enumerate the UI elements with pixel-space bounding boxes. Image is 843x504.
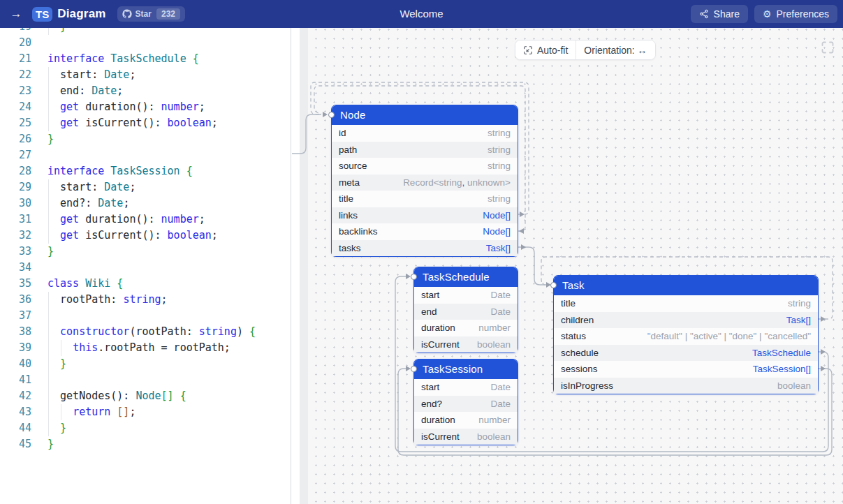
github-star-button[interactable]: Star 232 bbox=[117, 6, 185, 22]
code-line: 40 } bbox=[0, 356, 291, 372]
indent-guide bbox=[48, 308, 49, 324]
code-line: 24 get duration(): number; bbox=[0, 99, 291, 115]
indent-guide bbox=[48, 67, 49, 83]
entity-taskschedule[interactable]: TaskSchedulestartDateendDatedurationnumb… bbox=[413, 267, 518, 353]
line-content: get isCurrent(): boolean; bbox=[31, 228, 291, 244]
line-number: 39 bbox=[0, 340, 31, 356]
field-type: "default" | "active" | "done" | "cancell… bbox=[647, 328, 811, 345]
line-number: 31 bbox=[0, 212, 31, 228]
code-line: 33} bbox=[0, 244, 291, 260]
field-name: isCurrent bbox=[421, 429, 460, 445]
line-content bbox=[31, 372, 291, 388]
code-line: 34 bbox=[0, 260, 291, 276]
pane-resizer[interactable] bbox=[291, 28, 308, 504]
field-name: duration bbox=[421, 320, 455, 336]
line-number: 44 bbox=[0, 420, 31, 436]
field-type: number bbox=[478, 412, 511, 429]
entity-field-row: titlestring bbox=[332, 191, 518, 207]
line-number: 30 bbox=[0, 195, 31, 212]
indent-guide bbox=[48, 228, 49, 244]
entity-node[interactable]: NodeidstringpathstringsourcestringmetaRe… bbox=[331, 105, 518, 257]
code-line: 30 end?: Date; bbox=[0, 195, 291, 212]
field-type: Date bbox=[490, 396, 511, 413]
type-link[interactable]: TaskSession[] bbox=[753, 364, 811, 374]
arrowhead-backlinks-source bbox=[519, 228, 524, 234]
preferences-button[interactable]: ⚙ Preferences bbox=[754, 5, 837, 23]
type-link[interactable]: TaskSchedule bbox=[752, 348, 811, 358]
indent-guide bbox=[48, 292, 49, 308]
collapse-panel-icon[interactable]: → bbox=[6, 7, 27, 21]
entity-field-row: sourcestring bbox=[332, 158, 518, 175]
auto-fit-icon bbox=[523, 45, 533, 55]
field-name: isInProgress bbox=[561, 378, 613, 394]
line-number: 34 bbox=[0, 260, 31, 276]
field-name: end bbox=[421, 304, 437, 320]
line-number: 19 bbox=[0, 28, 31, 35]
entity-field-row: metaRecord<string, unknown> bbox=[332, 175, 518, 191]
code-line: 36 rootPath: string; bbox=[0, 292, 291, 308]
entity-field-row: endDate bbox=[414, 304, 518, 320]
diagram-canvas[interactable]: NodeidstringpathstringsourcestringmetaRe… bbox=[308, 28, 843, 504]
indent-guide bbox=[48, 83, 49, 99]
share-label: Share bbox=[714, 8, 740, 20]
entity-title: Task bbox=[554, 276, 818, 295]
field-name: backlinks bbox=[339, 223, 378, 240]
entity-field-row: childrenTask[] bbox=[554, 312, 818, 329]
code-line: 32 get isCurrent(): boolean; bbox=[0, 228, 291, 244]
arrowhead-tasksession-target bbox=[406, 366, 411, 371]
entity-field-row: pathstring bbox=[332, 142, 518, 158]
logo-text: Diagram bbox=[57, 7, 105, 21]
arrowhead-children-source bbox=[821, 316, 826, 322]
line-content: start: Date; bbox=[31, 179, 291, 195]
share-button[interactable]: Share bbox=[691, 5, 748, 23]
line-content bbox=[31, 147, 291, 163]
type-link[interactable]: Node[] bbox=[483, 226, 511, 237]
code-line: 45} bbox=[0, 436, 291, 452]
code-line: 25 get isCurrent(): boolean; bbox=[0, 115, 291, 131]
field-name: schedule bbox=[561, 345, 599, 362]
type-link[interactable]: Node[] bbox=[483, 210, 511, 221]
entity-title: Node bbox=[332, 105, 518, 125]
entity-field-row: linksNode[] bbox=[332, 207, 518, 224]
arrowhead-schedule-source bbox=[821, 349, 826, 355]
line-content: } bbox=[31, 356, 291, 372]
line-content: get duration(): number; bbox=[31, 212, 291, 228]
indent-guide bbox=[48, 195, 49, 212]
code-line: 21interface TaskSchedule { bbox=[0, 51, 291, 67]
indent-guide bbox=[48, 28, 49, 35]
line-number: 40 bbox=[0, 356, 31, 372]
entity-title: TaskSchedule bbox=[414, 267, 518, 287]
indent-guide bbox=[48, 420, 49, 436]
entity-tasksession[interactable]: TaskSessionstartDateend?Datedurationnumb… bbox=[413, 359, 518, 445]
field-name: end? bbox=[421, 396, 442, 413]
code-line: 39 this.rootPath = rootPath; bbox=[0, 340, 291, 356]
field-type: Task[] bbox=[486, 240, 511, 257]
line-number: 23 bbox=[0, 83, 31, 99]
type-link[interactable]: Task[] bbox=[486, 243, 511, 253]
entity-field-row: isInProgressboolean bbox=[554, 378, 818, 394]
canvas-toolbar: Auto-fit Orientation: ↔ bbox=[515, 40, 656, 60]
field-type: TaskSchedule bbox=[752, 345, 811, 362]
field-name: links bbox=[339, 207, 358, 224]
orientation-label: Orientation: ↔ bbox=[584, 45, 647, 56]
entity-field-row: end?Date bbox=[414, 396, 518, 413]
code-editor[interactable]: 19 }2021interface TaskSchedule {22 start… bbox=[0, 28, 291, 504]
indent-guide bbox=[48, 179, 49, 195]
field-type: string bbox=[488, 142, 511, 158]
code-line: 22 start: Date; bbox=[0, 67, 291, 83]
line-number: 25 bbox=[0, 115, 31, 131]
field-type: Date bbox=[490, 287, 511, 304]
auto-fit-button[interactable]: Auto-fit bbox=[515, 40, 576, 59]
fullscreen-icon[interactable] bbox=[821, 41, 834, 54]
entity-task[interactable]: TasktitlestringchildrenTask[]status"defa… bbox=[553, 275, 819, 394]
type-link[interactable]: Task[] bbox=[786, 315, 811, 325]
line-content: end?: Date; bbox=[31, 195, 291, 212]
entity-title: TaskSession bbox=[414, 360, 518, 379]
line-content: getNodes(): Node[] { bbox=[31, 388, 291, 404]
field-name: sessions bbox=[561, 361, 598, 378]
field-type: Date bbox=[490, 379, 511, 396]
orientation-button[interactable]: Orientation: ↔ bbox=[576, 40, 654, 59]
field-name: children bbox=[561, 312, 594, 329]
line-content: get isCurrent(): boolean; bbox=[31, 115, 291, 131]
code-line: 20 bbox=[0, 35, 291, 51]
